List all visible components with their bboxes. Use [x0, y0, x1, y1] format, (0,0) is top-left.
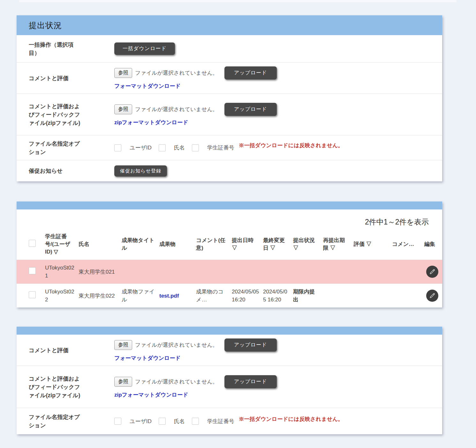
col-comment: コメント(任意)	[194, 229, 230, 260]
submission-status-panel: 提出状況 一括操作（選択項目） 一括ダウンロード コメントと評価 参照 ファイル…	[17, 15, 442, 181]
grade-cell	[352, 284, 390, 308]
reminder-label: 催促お知らせ	[29, 167, 114, 175]
name-checkbox-label: 氏名	[174, 418, 185, 425]
row-select-cell	[17, 260, 43, 284]
browse-button[interactable]: 参照	[114, 377, 132, 387]
pencil-icon	[429, 269, 435, 275]
submitted-at-cell: 2024/05/05 16:20	[230, 284, 261, 308]
status-cell	[291, 260, 321, 284]
bulk-operation-row: 一括操作（選択項目） 一括ダウンロード	[17, 35, 442, 62]
filename-option-label: ファイル名指定オプション	[29, 140, 114, 156]
bulk-operation-label: 一括操作（選択項目）	[29, 41, 114, 57]
comment-grade-upload-row: コメントと評価 参照 ファイルが選択されていません。 アップロード フォーマット…	[17, 62, 442, 94]
comment-grade-control: 参照 ファイルが選択されていません。 アップロード フォーマットダウンロード	[114, 66, 277, 90]
zip-format-download-link[interactable]: zipフォーマットダウンロード	[114, 119, 188, 126]
edit-cell	[422, 260, 442, 284]
name-checkbox[interactable]	[159, 144, 166, 151]
submitted-at-cell	[230, 260, 261, 284]
last-modified-cell: 2024/05/05 16:20	[261, 284, 291, 308]
browse-button[interactable]: 参照	[114, 104, 132, 114]
comment-grade-control: 参照 ファイルが選択されていません。 アップロード フォーマットダウンロード	[114, 338, 277, 362]
reminder-row: 催促お知らせ 催促お知らせ登録	[17, 160, 442, 181]
col-student-id[interactable]: 学生証番号/(ユーザID) ▽	[43, 229, 77, 260]
select-all-cell	[17, 229, 43, 260]
edit-button[interactable]	[426, 266, 438, 278]
bottom-actions-panel: コメントと評価 参照 ファイルが選択されていません。 アップロード フォーマット…	[17, 327, 442, 434]
grade-cell	[352, 260, 390, 284]
reminder-control: 催促お知らせ登録	[114, 165, 167, 177]
student-id-checkbox[interactable]	[192, 418, 199, 425]
zip-feedback-control: 参照 ファイルが選択されていません。 アップロード zipフォーマットダウンロー…	[114, 375, 277, 399]
row-select-cell	[17, 284, 43, 308]
name-cell: 東大用学生022	[77, 284, 120, 308]
zip-feedback-label: コメントと評価およびフィードバックファイル(zipファイル)	[29, 102, 114, 127]
browse-button[interactable]: 参照	[114, 340, 132, 350]
table-row: UTokyoSt022 東大用学生022 成果物ファイル test.pdf 成果…	[17, 284, 442, 308]
user-id-checkbox[interactable]	[114, 418, 121, 425]
col-submitted-at[interactable]: 提出日時 ▽	[230, 229, 261, 260]
student-id-checkbox-label: 学生証番号	[207, 144, 234, 151]
browse-button[interactable]: 参照	[114, 68, 132, 78]
col-grade[interactable]: 評価 ▽	[352, 229, 390, 260]
filename-option-row: ファイル名指定オプション ユーザID 氏名 学生証番号 ※一括ダウンロードには反…	[17, 135, 442, 160]
comment-grade-label: コメントと評価	[29, 74, 114, 82]
name-checkbox-label: 氏名	[174, 144, 185, 151]
zip-format-download-link[interactable]: zipフォーマットダウンロード	[114, 391, 188, 399]
upload-button[interactable]: アップロード	[224, 66, 277, 80]
panel-title: 提出状況	[29, 20, 62, 31]
student-id-checkbox[interactable]	[192, 144, 199, 151]
bulk-download-button[interactable]: 一括ダウンロード	[114, 42, 175, 55]
col-status[interactable]: 提出状況 ▽	[291, 229, 321, 260]
row-checkbox[interactable]	[29, 267, 36, 274]
result-count: 2件中1～2件を表示	[17, 209, 442, 229]
comment-grade-upload-row: コメントと評価 参照 ファイルが選択されていません。 アップロード フォーマット…	[17, 335, 442, 366]
bulk-operation-control: 一括ダウンロード	[114, 42, 175, 55]
comment2-cell	[390, 284, 422, 308]
comment-grade-label: コメントと評価	[29, 346, 114, 354]
filename-option-row: ファイル名指定オプション ユーザID 氏名 学生証番号 ※一括ダウンロードには反…	[17, 408, 442, 434]
no-file-text: ファイルが選択されていません。	[135, 341, 218, 349]
work-file-cell	[157, 260, 194, 284]
col-work-title: 成果物タイトル	[120, 229, 157, 260]
filename-option-control: ユーザID 氏名 学生証番号 ※一括ダウンロードには反映されません。	[114, 144, 344, 151]
table-header-row: 学生証番号/(ユーザID) ▽ 氏名 成果物タイトル 成果物 コメント(任意) …	[17, 229, 442, 260]
reminder-register-button[interactable]: 催促お知らせ登録	[114, 165, 167, 177]
submission-table: 学生証番号/(ユーザID) ▽ 氏名 成果物タイトル 成果物 コメント(任意) …	[17, 229, 442, 308]
filename-option-control: ユーザID 氏名 学生証番号 ※一括ダウンロードには反映されません。	[114, 418, 344, 425]
bulk-download-note: ※一括ダウンロードには反映されません。	[239, 142, 344, 149]
user-id-checkbox[interactable]	[114, 144, 121, 151]
zip-feedback-label: コメントと評価およびフィードバックファイル(zipファイル)	[29, 375, 114, 399]
student-id-cell: UTokyoSt021	[43, 260, 77, 284]
panel-topbar	[17, 327, 442, 335]
user-id-checkbox-label: ユーザID	[130, 418, 152, 425]
col-last-modified[interactable]: 最終変更日 ▽	[261, 229, 291, 260]
work-title-cell	[120, 260, 157, 284]
col-work-file: 成果物	[157, 229, 194, 260]
zip-feedback-upload-row: コメントと評価およびフィードバックファイル(zipファイル) 参照 ファイルが選…	[17, 94, 442, 135]
format-download-link[interactable]: フォーマットダウンロード	[114, 82, 181, 90]
student-id-checkbox-label: 学生証番号	[207, 418, 234, 425]
upload-button[interactable]: アップロード	[224, 338, 277, 352]
format-download-link[interactable]: フォーマットダウンロード	[114, 354, 181, 362]
name-checkbox[interactable]	[159, 418, 166, 425]
name-cell: 東大用学生021	[77, 260, 120, 284]
upload-button[interactable]: アップロード	[224, 375, 277, 388]
upload-button[interactable]: アップロード	[224, 103, 277, 116]
col-resubmit-deadline[interactable]: 再提出期限 ▽	[321, 229, 352, 260]
no-file-text: ファイルが選択されていません。	[135, 378, 218, 385]
comment2-cell	[390, 260, 422, 284]
zip-feedback-control: 参照 ファイルが選択されていません。 アップロード zipフォーマットダウンロー…	[114, 103, 277, 126]
student-id-cell: UTokyoSt022	[43, 284, 77, 308]
select-all-checkbox[interactable]	[29, 240, 36, 247]
pencil-icon	[429, 292, 435, 299]
comment-cell: 成果物のコメ…	[194, 284, 230, 308]
table-row: UTokyoSt021 東大用学生021	[17, 260, 442, 284]
row-checkbox[interactable]	[29, 291, 36, 298]
col-comment2: コメン…	[390, 229, 422, 260]
edit-button[interactable]	[426, 290, 438, 302]
work-title-cell: 成果物ファイル	[120, 284, 157, 308]
submission-list-panel: 2件中1～2件を表示 学生証番号/(ユーザID) ▽ 氏名 成果物タイトル 成果…	[17, 201, 442, 308]
work-file-link[interactable]: test.pdf	[159, 293, 179, 299]
resubmit-deadline-cell	[321, 260, 352, 284]
top-strip	[19, 0, 457, 2]
